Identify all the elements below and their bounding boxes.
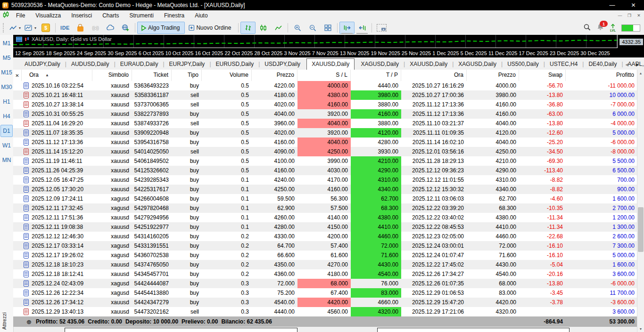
column-header-ora[interactable]: Ora: [401, 70, 467, 81]
tab-eurusd-daily[interactable]: EURUSD,Daily: [211, 59, 259, 70]
timeframe-h4[interactable]: H4: [0, 110, 13, 122]
tab-audjpy-daily[interactable]: AUDJPY,Daily: [20, 59, 65, 70]
menu-visualizza[interactable]: Visualizza: [30, 11, 66, 20]
levels-button[interactable]: LVL: [610, 24, 616, 32]
timeframe-h1[interactable]: H1: [0, 96, 13, 108]
column-header-prezzo[interactable]: Prezzo: [252, 70, 297, 81]
column-header-ora[interactable]: Ora▲: [22, 70, 92, 81]
timeframe-m30[interactable]: M30: [0, 81, 13, 93]
line-chart-type-button[interactable]: [271, 22, 286, 34]
minimize-button[interactable]: —: [602, 0, 623, 10]
chart-strip[interactable]: XAUUSD, Daily: Gold vs US Dollar 4332.35…: [13, 35, 644, 57]
community-button[interactable]: [118, 22, 133, 34]
mdi-close-button[interactable]: ✕: [636, 13, 642, 18]
table-row[interactable]: 2025.12.05 17:30:20xauusd54225317617buy0…: [13, 185, 637, 194]
bar-chart-type-button[interactable]: [240, 22, 256, 34]
table-row[interactable]: 2025.12.11 17:51:36xauusd54279294956buy0…: [13, 213, 637, 222]
scrollbar-thumb[interactable]: [638, 207, 644, 252]
candle-chart-type-button[interactable]: [256, 22, 271, 34]
zoom-out-button[interactable]: [305, 22, 320, 34]
menu-file[interactable]: File: [11, 11, 30, 20]
close-button[interactable]: ✕: [623, 0, 644, 10]
signals-button[interactable]: ((o)): [88, 22, 103, 34]
table-row[interactable]: 2025.12.18 18:10:23xauusd54374765050buy0…: [13, 260, 637, 269]
quotes-button[interactable]: $: [38, 22, 53, 34]
table-row[interactable]: 2025.12.17 03:33:14xagusd54331391551buy0…: [13, 241, 637, 251]
tab-xauusd-daily[interactable]: XAUUSD,Daily: [306, 58, 355, 70]
tab-xauusd-daily[interactable]: XAUUSD,Daily: [405, 59, 452, 70]
timeframe-m5[interactable]: M5: [0, 52, 13, 64]
table-row[interactable]: 2025.12.26 17:34:12xauusd54424347279buy0…: [13, 298, 637, 307]
table-row[interactable]: 2025.12.11 19:08:38xauusd54251922977buy0…: [13, 222, 637, 232]
shift-chart-end-button[interactable]: [339, 22, 355, 34]
zoom-in-button[interactable]: [290, 22, 305, 34]
toolbox-tab[interactable]: Attrezzi: [1, 300, 7, 330]
market-button[interactable]: [73, 22, 88, 34]
table-row[interactable]: 2025.11.12 17:13:36xauusd53954316758buy0…: [13, 138, 637, 147]
table-row[interactable]: 2025.10.16 03:22:54xauusd53636493223buy0…: [13, 81, 637, 90]
vertical-scrollbar[interactable]: ▲ ▼: [637, 70, 644, 332]
tab-xagusd-daily[interactable]: XAGUSD,Daily: [356, 59, 404, 70]
column-header-t-p[interactable]: T / P: [351, 70, 401, 81]
tab-de40-daily[interactable]: DE40,Daily: [584, 59, 621, 70]
scroll-down-button[interactable]: ▼: [637, 325, 644, 332]
timeframe-m1[interactable]: M1: [0, 37, 13, 49]
tab-usdjpy-daily[interactable]: USDJPY,Daily: [260, 59, 305, 70]
table-row[interactable]: 2025.12.18 18:12:41xauusd54345457701buy0…: [13, 269, 637, 279]
table-row[interactable]: 2025.12.17 19:26:02xagusd54360702538buy0…: [13, 251, 637, 260]
column-header-ticket[interactable]: Ticket: [132, 70, 172, 81]
tabs-prev-button[interactable]: ◄: [624, 62, 629, 67]
tab-xagusd-daily[interactable]: XAGUSD,Daily: [454, 59, 501, 70]
column-header-s-l[interactable]: S / L: [297, 70, 351, 81]
menu-charts[interactable]: Charts: [97, 11, 124, 20]
chart-profile-dropdown-button[interactable]: ▾: [23, 22, 38, 34]
scroll-up-button[interactable]: ▲: [637, 70, 644, 76]
menu-finestra[interactable]: Finestra: [159, 11, 190, 20]
search-button[interactable]: [583, 24, 591, 32]
table-row[interactable]: 2025.11.04 16:29:20xauusd53874933726sell…: [13, 119, 637, 128]
column-header-profitto[interactable]: Profitto: [566, 70, 637, 81]
table-row[interactable]: 2025.11.14 15:12:20xauusd54014025050sell…: [13, 147, 637, 156]
table-row[interactable]: 2025.12.24 02:43:09xagusd54424444087buy0…: [13, 279, 637, 288]
mdi-minimize-button[interactable]: —: [617, 13, 623, 18]
column-header-volume[interactable]: Volume: [202, 70, 252, 81]
tab-audusd-daily[interactable]: AUDUSD,Daily: [66, 59, 114, 70]
timeframe-d1[interactable]: D1: [0, 125, 13, 137]
table-row[interactable]: 2025.11.19 11:46:11xauusd54061849502buy0…: [13, 156, 637, 166]
toolbar-grip[interactable]: [3, 23, 6, 32]
table-row[interactable]: 2025.12.05 16:47:25xauusd54239285343buy0…: [13, 175, 637, 185]
table-row[interactable]: 2025.12.12 12:46:30xauusd54314160205buy0…: [13, 232, 637, 241]
tab-eurjpy-daily[interactable]: EURJPY,Daily: [165, 59, 210, 70]
table-row[interactable]: 2025.12.09 17:24:11xagusd54266004608buy0…: [13, 194, 637, 203]
column-header-swap[interactable]: Swap: [519, 70, 566, 81]
table-row[interactable]: 2025.12.26 12:22:34xagusd54454413880buy0…: [13, 288, 637, 298]
ide-button[interactable]: IDE: [58, 22, 73, 34]
mdi-restore-button[interactable]: ❐: [626, 13, 633, 18]
timeframe-w1[interactable]: W1: [0, 139, 13, 152]
table-row[interactable]: 2025.11.26 04:25:39xauusd54125326602buy0…: [13, 166, 637, 175]
menu-aiuto[interactable]: Aiuto: [190, 11, 213, 20]
tile-windows-button[interactable]: [320, 22, 335, 34]
tab-us500-daily[interactable]: US500,Daily: [503, 59, 544, 70]
table-row[interactable]: 2025.12.11 17:32:45xagusd54297820468buy0…: [13, 203, 637, 213]
tab-ustec-h4[interactable]: USTEC,H4: [545, 59, 582, 70]
notifications-button[interactable]: 1: [596, 23, 604, 32]
column-header-tipo[interactable]: Tipo: [172, 70, 202, 81]
timeframe-mn[interactable]: MN: [0, 154, 13, 166]
vps-cloud-button[interactable]: [103, 22, 118, 34]
table-row[interactable]: 2025.10.21 16:48:11xauusd53583361187sell…: [13, 90, 637, 100]
close-panel-button[interactable]: ✕: [13, 70, 22, 81]
table-row[interactable]: 2025.11.07 18:35:35xauusd53909220948buy0…: [13, 128, 637, 138]
timeframe-m15[interactable]: M15: [0, 66, 13, 79]
tab-euraud-daily[interactable]: EURAUD,Daily: [116, 59, 163, 70]
table-row[interactable]: 2025.12.29 13:40:13xauusd54473202162sell…: [13, 307, 637, 316]
chart-line-dropdown-button[interactable]: ▾: [8, 22, 23, 34]
menu-strumenti[interactable]: Strumenti: [124, 11, 159, 20]
screenshot-button[interactable]: [374, 22, 389, 34]
tabs-next-button[interactable]: ►: [635, 62, 640, 67]
column-header-prezzo[interactable]: Prezzo: [467, 70, 519, 81]
table-row[interactable]: 2025.10.27 13:38:14xauusd53737006365sell…: [13, 100, 637, 109]
auto-scroll-button[interactable]: [355, 22, 370, 34]
table-row[interactable]: 2025.10.31 00:55:25xauusd53822737893buy0…: [13, 109, 637, 119]
menu-inserisci[interactable]: Inserisci: [66, 11, 97, 20]
